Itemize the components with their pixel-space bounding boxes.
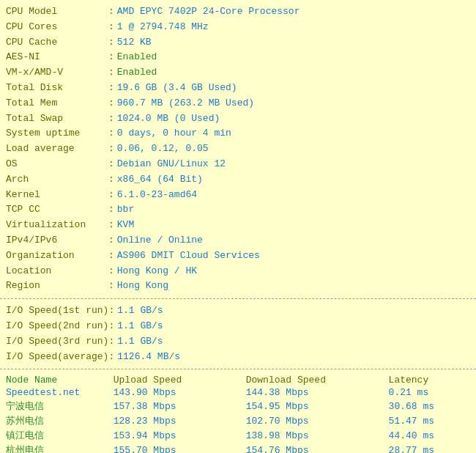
io-label: I/O Speed(3rd run) bbox=[6, 334, 108, 350]
speed-upload: 157.38 Mbps bbox=[114, 399, 246, 413]
system-info-row: System uptime : 0 days, 0 hour 4 min bbox=[6, 126, 470, 141]
io-label: I/O Speed(2nd run) bbox=[6, 319, 108, 334]
info-label: OS bbox=[6, 157, 108, 172]
info-label: Total Disk bbox=[6, 81, 108, 96]
info-value: AMD EPYC 7402P 24-Core Processor bbox=[117, 4, 300, 20]
info-label: AES-NI bbox=[6, 50, 108, 65]
io-value: 1.1 GB/s bbox=[117, 319, 163, 334]
info-label: Organization bbox=[6, 248, 108, 264]
io-colon: : bbox=[108, 350, 114, 365]
speed-row: 杭州电信155.70 Mbps154.76 Mbps28.77 ms bbox=[6, 443, 470, 453]
info-label: Virtualization bbox=[6, 218, 108, 233]
io-label: I/O Speed(average) bbox=[6, 350, 108, 365]
speed-latency: 28.77 ms bbox=[389, 443, 470, 453]
speed-header-download: Download Speed bbox=[246, 374, 389, 386]
system-info-row: Total Disk : 19.6 GB (3.4 GB Used) bbox=[6, 81, 470, 96]
speed-download: 154.95 Mbps bbox=[246, 399, 389, 413]
info-label: Total Swap bbox=[6, 111, 108, 127]
info-colon: : bbox=[108, 248, 114, 264]
system-info-row: Virtualization : KVM bbox=[6, 218, 470, 233]
speed-latency: 30.68 ms bbox=[389, 399, 470, 413]
system-info-row: Organization : AS906 DMIT Cloud Services bbox=[6, 248, 470, 264]
info-colon: : bbox=[108, 218, 114, 233]
speed-upload: 128.23 Mbps bbox=[114, 413, 246, 428]
info-value: Hong Kong / HK bbox=[117, 264, 197, 279]
speed-row: 镇江电信153.94 Mbps138.98 Mbps44.40 ms bbox=[6, 428, 470, 443]
system-info-row: OS : Debian GNU/Linux 12 bbox=[6, 157, 470, 172]
info-value: Hong Kong bbox=[117, 279, 168, 294]
info-value: 1 @ 2794.748 MHz bbox=[117, 20, 209, 35]
io-value: 1.1 GB/s bbox=[117, 303, 163, 319]
info-colon: : bbox=[108, 126, 114, 141]
info-value: 1024.0 MB (0 Used) bbox=[117, 111, 220, 127]
io-colon: : bbox=[108, 303, 114, 319]
speed-latency: 44.40 ms bbox=[389, 428, 470, 443]
info-label: Arch bbox=[6, 172, 108, 188]
info-value: AS906 DMIT Cloud Services bbox=[117, 248, 260, 264]
system-info-row: Region : Hong Kong bbox=[6, 279, 470, 294]
info-value: 0.06, 0.12, 0.05 bbox=[117, 141, 209, 157]
system-info-row: Total Mem : 960.7 MB (263.2 MB Used) bbox=[6, 96, 470, 111]
speed-upload: 153.94 Mbps bbox=[114, 428, 246, 443]
info-value: bbr bbox=[117, 202, 134, 218]
speed-header-upload: Upload Speed bbox=[114, 374, 246, 386]
system-info-row: IPv4/IPv6 : Online / Online bbox=[6, 233, 470, 248]
speed-row: Speedtest.net143.90 Mbps144.38 Mbps0.21 … bbox=[6, 386, 470, 399]
speed-download: 102.70 Mbps bbox=[246, 413, 389, 428]
info-label: Region bbox=[6, 279, 108, 294]
io-info-row: I/O Speed(average) : 1126.4 MB/s bbox=[6, 350, 470, 365]
info-value: KVM bbox=[117, 218, 134, 233]
io-info-row: I/O Speed(1st run) : 1.1 GB/s bbox=[6, 303, 470, 319]
io-label: I/O Speed(1st run) bbox=[6, 303, 108, 319]
info-value: Enabled bbox=[117, 50, 157, 65]
speed-upload: 143.90 Mbps bbox=[114, 386, 246, 399]
info-colon: : bbox=[108, 141, 114, 157]
info-label: CPU Model bbox=[6, 4, 108, 20]
system-info-row: Total Swap : 1024.0 MB (0 Used) bbox=[6, 111, 470, 127]
info-colon: : bbox=[108, 188, 114, 203]
info-colon: : bbox=[108, 35, 114, 51]
info-label: Location bbox=[6, 264, 108, 279]
speed-row: 宁波电信157.38 Mbps154.95 Mbps30.68 ms bbox=[6, 399, 470, 413]
system-info-row: TCP CC : bbr bbox=[6, 202, 470, 218]
info-colon: : bbox=[108, 81, 114, 96]
speed-header-latency: Latency bbox=[389, 374, 470, 386]
info-colon: : bbox=[108, 172, 114, 188]
info-colon: : bbox=[108, 20, 114, 35]
speed-node: 杭州电信 bbox=[6, 443, 114, 453]
system-info-row: AES-NI : Enabled bbox=[6, 50, 470, 65]
info-colon: : bbox=[108, 65, 114, 81]
divider-1 bbox=[0, 298, 476, 299]
info-colon: : bbox=[108, 233, 114, 248]
info-colon: : bbox=[108, 279, 114, 294]
system-info-row: VM-x/AMD-V : Enabled bbox=[6, 65, 470, 81]
speed-latency: 0.21 ms bbox=[389, 386, 470, 399]
info-label: TCP CC bbox=[6, 202, 108, 218]
system-info-row: CPU Cache : 512 KB bbox=[6, 35, 470, 51]
info-colon: : bbox=[108, 111, 114, 127]
system-info-row: Arch : x86_64 (64 Bit) bbox=[6, 172, 470, 188]
speed-node: Speedtest.net bbox=[6, 386, 114, 399]
speed-download: 138.98 Mbps bbox=[246, 428, 389, 443]
system-info-row: Load average : 0.06, 0.12, 0.05 bbox=[6, 141, 470, 157]
io-colon: : bbox=[108, 334, 114, 350]
info-value: Enabled bbox=[117, 65, 157, 81]
speed-download: 144.38 Mbps bbox=[246, 386, 389, 399]
info-value: 960.7 MB (263.2 MB Used) bbox=[117, 96, 254, 111]
info-value: Debian GNU/Linux 12 bbox=[117, 157, 226, 172]
io-section: I/O Speed(1st run) : 1.1 GB/s I/O Speed(… bbox=[0, 302, 476, 366]
info-colon: : bbox=[108, 202, 114, 218]
system-info-row: Kernel : 6.1.0-23-amd64 bbox=[6, 188, 470, 203]
io-info-row: I/O Speed(2nd run) : 1.1 GB/s bbox=[6, 319, 470, 334]
info-value: 19.6 GB (3.4 GB Used) bbox=[117, 81, 237, 96]
speed-header-node: Node Name bbox=[6, 374, 114, 386]
io-value: 1.1 GB/s bbox=[117, 334, 163, 350]
info-colon: : bbox=[108, 157, 114, 172]
info-colon: : bbox=[108, 50, 114, 65]
info-value: 512 KB bbox=[117, 35, 152, 51]
io-info-row: I/O Speed(3rd run) : 1.1 GB/s bbox=[6, 334, 470, 350]
speed-node: 镇江电信 bbox=[6, 428, 114, 443]
info-label: CPU Cache bbox=[6, 35, 108, 51]
divider-2 bbox=[0, 369, 476, 369]
system-info-row: CPU Cores : 1 @ 2794.748 MHz bbox=[6, 20, 470, 35]
